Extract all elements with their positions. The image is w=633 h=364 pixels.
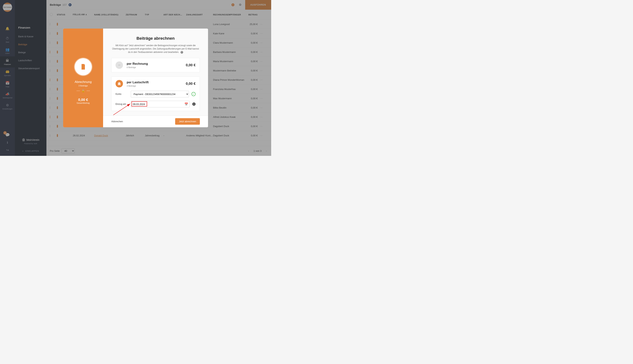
calendar-icon[interactable]: 📅 — [184, 102, 188, 106]
minus-icon: − — [116, 62, 123, 69]
card-debit: per Lastschrift 3 Beiträge 0,00 € Konto … — [111, 76, 200, 111]
submit-button[interactable]: Jetzt abrechnen — [175, 118, 200, 125]
modal-desc: Mit Klick auf "Jetzt abrechnen" werden d… — [111, 44, 200, 54]
check-icon: ✓ — [191, 92, 195, 96]
modal-footer: Abbrechen Jetzt abrechnen — [103, 116, 208, 127]
modal-side-amount: 0,00 € — [78, 98, 88, 102]
modal: Abrechnung 3 Beiträge 🔒 0,00 € Gesamtbet… — [63, 28, 208, 127]
bank-icon — [116, 80, 123, 88]
modal-main: Beiträge abrechnen Mit Klick auf "Jetzt … — [103, 28, 208, 127]
card-debit-amount: 0,00 € — [186, 82, 195, 86]
konto-select[interactable]: Payment - DE00123456780000001234 — [131, 91, 189, 98]
modal-title: Beiträge abrechnen — [111, 36, 200, 41]
modal-side-amount-label: Gesamtbetrag — [77, 102, 90, 104]
date-label: Einzug am — [116, 103, 128, 106]
modal-overlay: Abrechnung 3 Beiträge 🔒 0,00 € Gesamtbet… — [0, 0, 271, 156]
modal-sidebar: Abrechnung 3 Beiträge 🔒 0,00 € Gesamtbet… — [63, 28, 103, 127]
date-input[interactable] — [131, 101, 190, 108]
info-icon[interactable]: i — [180, 51, 183, 54]
card-invoice-title: per Rechnung — [127, 62, 186, 66]
konto-label: Konto — [116, 93, 128, 95]
card-invoice: − per Rechnung 0 Beiträge 0,00 € — [111, 58, 200, 72]
billing-icon — [75, 58, 92, 75]
modal-side-sub: 3 Beiträge — [78, 84, 88, 87]
card-invoice-sub: 0 Beiträge — [127, 66, 186, 68]
info-icon[interactable]: i — [192, 102, 195, 106]
card-debit-sub: 3 Beiträge — [127, 85, 186, 87]
card-invoice-amount: 0,00 € — [186, 63, 195, 67]
card-debit-title: per Lastschrift — [127, 80, 186, 84]
modal-side-title: Abrechnung — [75, 80, 92, 84]
cancel-button[interactable]: Abbrechen — [111, 120, 123, 123]
lock-icon: 🔒 — [77, 89, 90, 92]
